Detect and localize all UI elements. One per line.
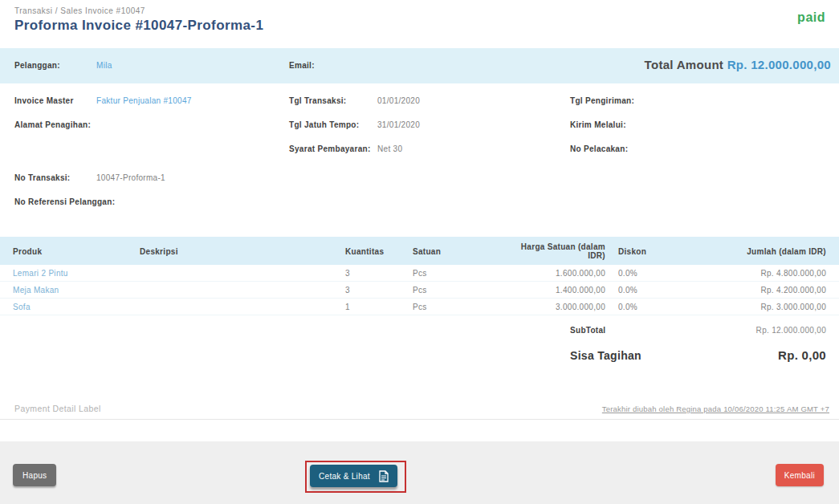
page-header: Transaksi / Sales Invoice #10047 Proform… (14, 6, 263, 34)
sisa-tagihan-value: Rp. 0,00 (778, 348, 826, 362)
document-icon (379, 470, 389, 482)
back-button[interactable]: Kembali (776, 464, 824, 486)
row-jumlah: Rp. 3.000.000,00 (686, 299, 839, 315)
col-satuan: Satuan (413, 237, 503, 265)
proforma-invoice-page: Transaksi / Sales Invoice #10047 Proform… (0, 0, 839, 504)
no-transaksi-value: 10047-Proforma-1 (96, 173, 165, 182)
footer-divider (0, 419, 839, 420)
page-title: Proforma Invoice #10047-Proforma-1 (14, 18, 263, 34)
row-jumlah: Rp. 4.200.000,00 (686, 282, 839, 299)
items-table: Produk Deskripsi Kuantitas Satuan Harga … (0, 237, 839, 315)
product-link[interactable]: Meja Makan (0, 282, 140, 299)
subtotal-value: Rp. 12.000.000,00 (756, 326, 826, 335)
total-amount: Total Amount Rp. 12.000.000,00 (645, 58, 831, 71)
col-produk: Produk (0, 237, 140, 265)
row-harga: 1.600.000,00 (503, 265, 605, 282)
row-kuantitas: 1 (345, 299, 413, 315)
email-label: Email: (289, 61, 315, 70)
invoice-master-label: Invoice Master (14, 96, 74, 105)
tgl-jatuh-tempo-label: Tgl Jatuh Tempo: (289, 120, 359, 129)
row-diskon: 0.0% (605, 265, 686, 282)
subtotal-label: SubTotal (570, 326, 605, 335)
last-modified-link[interactable]: Terakhir diubah oleh Regina pada 10/06/2… (602, 404, 829, 413)
status-badge: paid (797, 10, 825, 25)
no-transaksi-label: No Transaksi: (14, 173, 70, 182)
invoice-master-link[interactable]: Faktur Penjualan #10047 (96, 96, 192, 105)
table-header-row: Produk Deskripsi Kuantitas Satuan Harga … (0, 237, 839, 265)
print-view-button-label: Cetak & Lihat (319, 472, 370, 481)
annotation-highlight-box: Cetak & Lihat (305, 461, 406, 493)
row-kuantitas: 3 (345, 265, 413, 282)
total-amount-value: Rp. 12.000.000,00 (727, 58, 831, 71)
tgl-transaksi-label: Tgl Transaksi: (289, 96, 346, 105)
row-deskripsi (140, 265, 345, 282)
col-jumlah: Jumlah (dalam IDR) (686, 237, 839, 265)
row-harga: 3.000.000,00 (503, 299, 605, 315)
print-view-button[interactable]: Cetak & Lihat (310, 465, 397, 487)
table-row: Lemari 2 Pintu 3 Pcs 1.600.000,00 0.0% R… (0, 265, 839, 282)
no-referensi-label: No Referensi Pelanggan: (14, 197, 115, 206)
product-link[interactable]: Sofa (0, 299, 140, 315)
customer-label: Pelanggan: (14, 61, 60, 70)
payment-detail-label: Payment Detail Label (14, 404, 101, 413)
row-satuan: Pcs (413, 282, 503, 299)
action-bar: Hapus Cetak & Lihat Kembali (0, 441, 839, 504)
product-link[interactable]: Lemari 2 Pintu (0, 265, 140, 282)
no-pelacakan-label: No Pelacakan: (570, 144, 628, 153)
row-kuantitas: 3 (345, 282, 413, 299)
row-deskripsi (140, 282, 345, 299)
breadcrumb[interactable]: Transaksi / Sales Invoice #10047 (14, 6, 263, 15)
syarat-pembayaran-label: Syarat Pembayaran: (289, 144, 371, 153)
col-harga: Harga Satuan (dalam IDR) (503, 237, 605, 265)
col-deskripsi: Deskripsi (140, 237, 345, 265)
kirim-melalui-label: Kirim Melalui: (570, 120, 626, 129)
tgl-pengiriman-label: Tgl Pengiriman: (570, 96, 634, 105)
alamat-penagihan-label: Alamat Penagihan: (14, 120, 91, 129)
delete-button[interactable]: Hapus (13, 464, 56, 486)
row-diskon: 0.0% (605, 299, 686, 315)
row-harga: 1.400.000,00 (503, 282, 605, 299)
row-satuan: Pcs (413, 299, 503, 315)
col-diskon: Diskon (605, 237, 686, 265)
row-deskripsi (140, 299, 345, 315)
col-kuantitas: Kuantitas (345, 237, 413, 265)
row-satuan: Pcs (413, 265, 503, 282)
sisa-tagihan-label: Sisa Tagihan (570, 349, 641, 362)
table-row: Meja Makan 3 Pcs 1.400.000,00 0.0% Rp. 4… (0, 282, 839, 299)
summary-band: Pelanggan: Mila Email: Total Amount Rp. … (0, 48, 839, 83)
tgl-jatuh-tempo-value: 31/01/2020 (377, 120, 420, 129)
syarat-pembayaran-value: Net 30 (377, 144, 402, 153)
row-diskon: 0.0% (605, 282, 686, 299)
row-jumlah: Rp. 4.800.000,00 (686, 265, 839, 282)
table-row: Sofa 1 Pcs 3.000.000,00 0.0% Rp. 3.000.0… (0, 299, 839, 315)
total-amount-label: Total Amount (645, 58, 724, 71)
tgl-transaksi-value: 01/01/2020 (377, 96, 420, 105)
customer-link[interactable]: Mila (96, 61, 112, 70)
